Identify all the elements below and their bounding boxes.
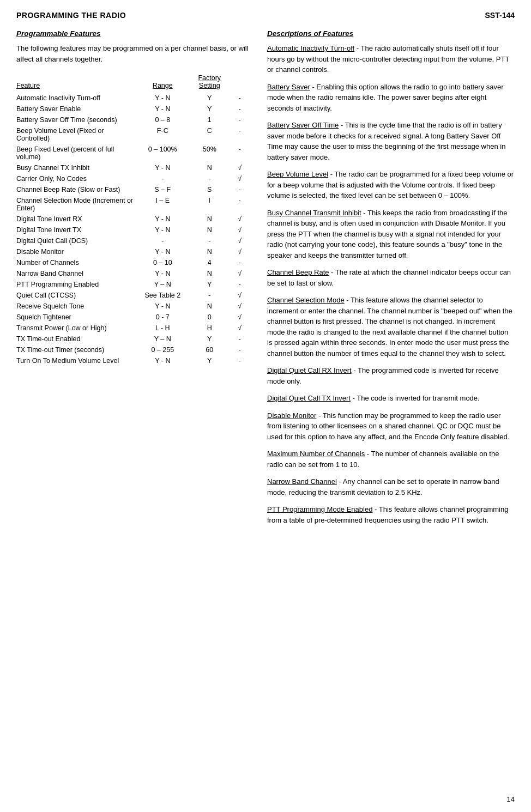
description-text: - The code is inverted for transmit mode… — [351, 394, 480, 402]
description-title: Digital Quiet Call RX Invert — [267, 366, 352, 374]
feature-range: - — [137, 173, 190, 184]
feature-name: Number of Channels — [16, 257, 137, 268]
descriptions-container: Automatic Inactivity Turn-off - The radi… — [267, 43, 515, 525]
table-row: Battery Saver Off Time (seconds)0 – 81- — [16, 114, 251, 125]
feature-factory: C — [190, 125, 231, 144]
feature-range: L - H — [137, 323, 190, 334]
feature-setting: √ — [231, 214, 251, 225]
feature-factory: - — [190, 290, 231, 301]
feature-setting: - — [231, 125, 251, 144]
description-title: Busy Channel Transmit Inhibit — [267, 209, 361, 217]
feature-range: Y - N — [137, 246, 190, 257]
description-title: PTT Programming Mode Enabled — [267, 505, 372, 513]
feature-range: F-C — [137, 125, 190, 144]
feature-setting: - — [231, 195, 251, 214]
feature-factory: N — [190, 246, 231, 257]
table-row: Transmit Power (Low or High)L - HH√ — [16, 323, 251, 334]
feature-factory: 50% — [190, 144, 231, 162]
feature-name: Squelch Tightener — [16, 312, 137, 323]
right-column: Descriptions of Features Automatic Inact… — [267, 29, 515, 532]
feature-factory: 0 — [190, 312, 231, 323]
feature-range: Y – N — [137, 334, 190, 344]
feature-setting: √ — [231, 312, 251, 323]
description-block: Channel Beep Rate - The rate at which th… — [267, 267, 515, 288]
table-row: Digital Tone Invert RXY - NN√ — [16, 214, 251, 225]
col-header-range: Range — [137, 73, 190, 93]
feature-factory: I — [190, 195, 231, 214]
feature-range: Y - N — [137, 104, 190, 114]
feature-setting: - — [231, 344, 251, 355]
col-header-factory: Factory Setting — [190, 73, 231, 93]
feature-name: Narrow Band Channel — [16, 268, 137, 279]
feature-range: Y - N — [137, 214, 190, 225]
table-row: Receive Squelch ToneY - NN√ — [16, 301, 251, 312]
feature-setting: - — [231, 257, 251, 268]
feature-name: Beep Volume Level (Fixed or Controlled) — [16, 125, 137, 144]
left-section-title: Programmable Features — [16, 29, 251, 38]
feature-range: See Table 2 — [137, 290, 190, 301]
table-row: TX Time-out Timer (seconds)0 – 25560- — [16, 344, 251, 355]
feature-factory: 60 — [190, 344, 231, 355]
feature-name: TX Time-out Timer (seconds) — [16, 344, 137, 355]
description-block: PTT Programming Mode Enabled - This feat… — [267, 504, 515, 525]
feature-name: Receive Squelch Tone — [16, 301, 137, 312]
feature-range: Y - N — [137, 225, 190, 235]
table-row: Squelch Tightener0 - 70√ — [16, 312, 251, 323]
description-block: Automatic Inactivity Turn-off - The radi… — [267, 43, 515, 75]
feature-setting: - — [231, 93, 251, 104]
feature-factory: S — [190, 184, 231, 195]
feature-factory: H — [190, 323, 231, 334]
feature-factory: N — [190, 214, 231, 225]
feature-name: TX Time-out Enabled — [16, 334, 137, 344]
table-row: Disable MonitorY - NN√ — [16, 246, 251, 257]
feature-setting: - — [231, 114, 251, 125]
description-block: Channel Selection Mode - This feature al… — [267, 295, 515, 359]
feature-table: FeatureRangeFactory Setting Automatic In… — [16, 73, 251, 366]
description-block: Digital Quiet Call TX Invert - The code … — [267, 393, 515, 404]
col-header-feature: Feature — [16, 73, 137, 93]
feature-setting: √ — [231, 225, 251, 235]
table-row: Battery Saver EnableY - NY- — [16, 104, 251, 114]
feature-name: Transmit Power (Low or High) — [16, 323, 137, 334]
table-row: Busy Channel TX InhibitY - NN√ — [16, 162, 251, 173]
feature-factory: N — [190, 268, 231, 279]
feature-factory: Y — [190, 334, 231, 344]
table-row: Automatic Inactivity Turn-offY - NY- — [16, 93, 251, 104]
feature-setting: √ — [231, 290, 251, 301]
description-title: Automatic Inactivity Turn-off — [267, 44, 354, 52]
table-row: Channel Selection Mode (Increment or Ent… — [16, 195, 251, 214]
feature-range: Y – N — [137, 279, 190, 290]
table-row: Turn On To Medium Volume LevelY - NY- — [16, 355, 251, 366]
description-title: Battery Saver — [267, 83, 310, 91]
description-title: Digital Quiet Call TX Invert — [267, 394, 351, 402]
feature-factory: N — [190, 162, 231, 173]
feature-setting: √ — [231, 235, 251, 246]
feature-setting: √ — [231, 323, 251, 334]
feature-setting: - — [231, 104, 251, 114]
feature-range: Y - N — [137, 355, 190, 366]
left-column: Programmable Features The following feat… — [16, 29, 251, 532]
feature-name: Automatic Inactivity Turn-off — [16, 93, 137, 104]
feature-setting: - — [231, 184, 251, 195]
feature-name: Beep Fixed Level (percent of full volume… — [16, 144, 137, 162]
description-block: Disable Monitor - This function may be p… — [267, 410, 515, 443]
feature-name: Battery Saver Off Time (seconds) — [16, 114, 137, 125]
intro-text: The following features may be programmed… — [16, 43, 251, 64]
description-title: Channel Beep Rate — [267, 268, 329, 276]
main-content: Programmable Features The following feat… — [16, 29, 515, 532]
feature-factory: 1 — [190, 114, 231, 125]
table-row: Beep Volume Level (Fixed or Controlled)F… — [16, 125, 251, 144]
feature-setting: - — [231, 279, 251, 290]
feature-setting: √ — [231, 173, 251, 184]
description-block: Digital Quiet Call RX Invert - The progr… — [267, 365, 515, 386]
feature-factory: Y — [190, 104, 231, 114]
feature-range: Y - N — [137, 93, 190, 104]
page-header: PROGRAMMING THE RADIO SST-144 — [16, 11, 515, 20]
table-row: Carrier Only, No Codes--√ — [16, 173, 251, 184]
feature-factory: N — [190, 301, 231, 312]
feature-factory: - — [190, 235, 231, 246]
feature-range: Y - N — [137, 301, 190, 312]
description-title: Maximum Number of Channels — [267, 450, 365, 458]
feature-range: 0 – 10 — [137, 257, 190, 268]
feature-factory: Y — [190, 279, 231, 290]
